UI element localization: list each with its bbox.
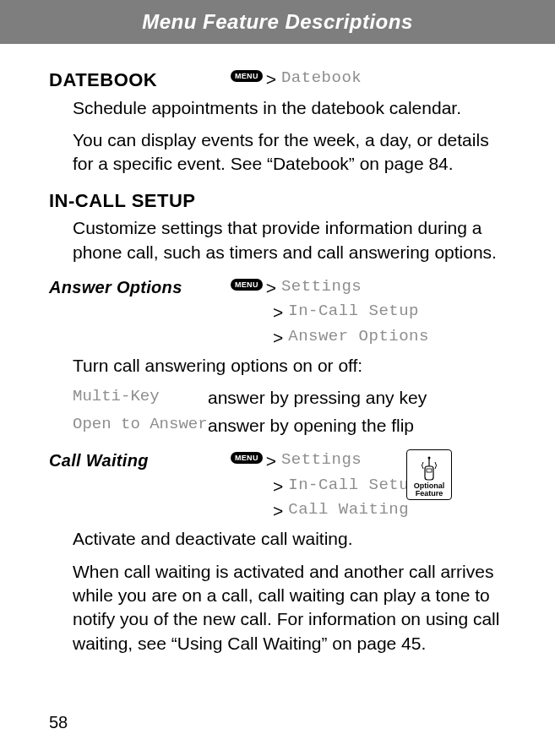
answer-head: Answer Options MENU > Settings > In-Call… bbox=[49, 276, 506, 351]
incall-heading: In-Call Setup bbox=[49, 188, 506, 214]
answer-option-row: Multi-Key answer by pressing any key bbox=[73, 386, 506, 410]
breadcrumb-sep: > bbox=[273, 326, 283, 350]
callwaiting-section: Optional Feature Call Waiting MENU > Set… bbox=[49, 449, 506, 655]
answer-section: Answer Options MENU > Settings > In-Call… bbox=[49, 276, 506, 438]
breadcrumb-item: Settings bbox=[281, 449, 362, 471]
datebook-p2: You can display events for the week, a d… bbox=[73, 128, 506, 177]
badge-line2: Feature bbox=[416, 490, 443, 498]
callwaiting-breadcrumb: MENU > Settings > In-Call Setup > Call W… bbox=[231, 449, 419, 524]
option-desc: answer by pressing any key bbox=[208, 386, 427, 410]
header-title: Menu Feature Descriptions bbox=[142, 10, 413, 33]
option-desc: answer by opening the flip bbox=[208, 414, 414, 438]
page-content: Datebook MENU > Datebook Schedule appoin… bbox=[0, 44, 555, 655]
menu-key-icon: MENU bbox=[231, 70, 263, 82]
option-label: Open to Answer bbox=[73, 414, 208, 438]
breadcrumb-sep: > bbox=[266, 449, 276, 473]
incall-section: In-Call Setup Customize settings that pr… bbox=[49, 188, 506, 264]
breadcrumb-item: In-Call Setup bbox=[288, 301, 419, 323]
callwaiting-p1: Activate and deactivate call waiting. bbox=[73, 527, 506, 551]
page-number: 58 bbox=[49, 713, 68, 732]
answer-option-row: Open to Answer answer by opening the fli… bbox=[73, 414, 506, 438]
answer-heading: Answer Options bbox=[49, 276, 231, 299]
phone-antenna-icon bbox=[417, 456, 441, 481]
svg-point-2 bbox=[428, 457, 431, 460]
datebook-breadcrumb: MENU > Datebook bbox=[231, 68, 362, 92]
incall-head: In-Call Setup bbox=[49, 188, 506, 214]
menu-key-icon: MENU bbox=[231, 452, 263, 464]
breadcrumb-item: Call Waiting bbox=[288, 499, 409, 521]
datebook-p1: Schedule appointments in the datebook ca… bbox=[73, 96, 506, 120]
header-bar: Menu Feature Descriptions bbox=[0, 0, 555, 44]
breadcrumb-item: In-Call Setup bbox=[288, 475, 419, 497]
breadcrumb-item: Answer Options bbox=[288, 326, 429, 348]
breadcrumb-item: Settings bbox=[281, 276, 362, 298]
breadcrumb-sep: > bbox=[273, 301, 283, 324]
datebook-heading: Datebook bbox=[49, 68, 231, 93]
breadcrumb-sep: > bbox=[273, 475, 283, 498]
svg-rect-3 bbox=[427, 469, 432, 472]
svg-rect-0 bbox=[425, 466, 433, 480]
breadcrumb-sep: > bbox=[273, 499, 283, 523]
answer-breadcrumb: MENU > Settings > In-Call Setup > Answer… bbox=[231, 276, 429, 351]
incall-p1: Customize settings that provide informat… bbox=[73, 216, 506, 264]
answer-intro: Turn call answering options on or off: bbox=[73, 354, 506, 378]
breadcrumb-item: Datebook bbox=[281, 68, 362, 90]
datebook-head: Datebook MENU > Datebook bbox=[49, 68, 506, 93]
callwaiting-p2: When call waiting is activated and anoth… bbox=[73, 560, 506, 655]
option-label: Multi-Key bbox=[73, 386, 208, 410]
menu-key-icon: MENU bbox=[231, 279, 263, 291]
breadcrumb-sep: > bbox=[266, 276, 276, 300]
datebook-section: Datebook MENU > Datebook Schedule appoin… bbox=[49, 68, 506, 177]
breadcrumb-sep: > bbox=[266, 68, 276, 91]
callwaiting-heading: Call Waiting bbox=[49, 449, 231, 472]
optional-feature-badge: Optional Feature bbox=[406, 449, 452, 500]
